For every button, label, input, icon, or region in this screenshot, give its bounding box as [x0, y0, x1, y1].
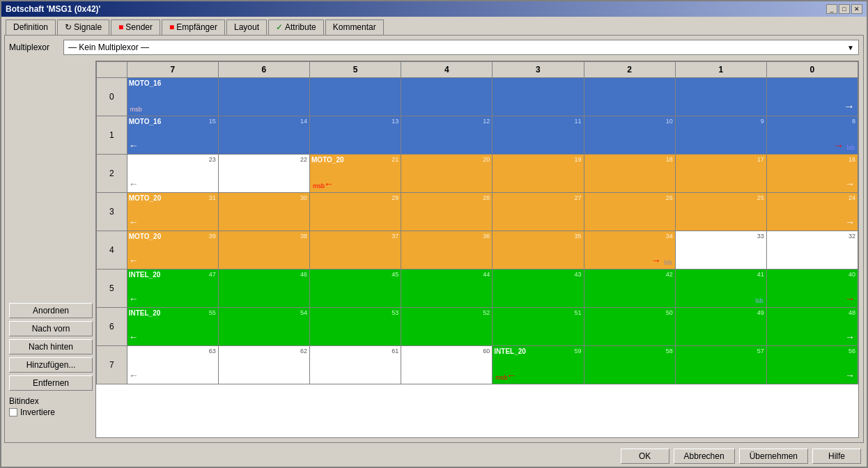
tab-layout[interactable]: Layout — [226, 20, 267, 35]
entfernen-button[interactable]: Entfernen — [9, 375, 93, 391]
cell-7-7[interactable]: 63 ← — [127, 346, 218, 384]
grid-area[interactable]: 7 6 5 4 3 2 1 0 0 — [95, 61, 859, 438]
cell-7-6[interactable]: 62 — [218, 346, 309, 384]
cell-3-5[interactable]: 29 — [310, 193, 401, 231]
cell-5-6[interactable]: 46 — [218, 270, 309, 308]
cell-5-7[interactable]: INTEL_20 47 ← — [127, 270, 218, 308]
cell-0-0[interactable]: → — [766, 78, 858, 116]
cell-0-6[interactable] — [218, 78, 309, 116]
cell-1-0[interactable]: 8 lsb → — [766, 116, 858, 155]
cell-3-0[interactable]: 24 → — [766, 193, 858, 231]
row-header-4: 4 — [97, 231, 127, 270]
cell-num: 15 — [209, 118, 216, 125]
tab-kommentar[interactable]: Kommentar — [325, 20, 384, 35]
cell-7-4[interactable]: 60 — [401, 346, 493, 384]
minimize-button[interactable]: _ — [826, 4, 837, 14]
cell-6-6[interactable]: 54 — [218, 308, 309, 346]
row-header-7: 7 — [97, 346, 127, 384]
cell-5-1[interactable]: 41 lsb — [675, 270, 766, 308]
cell-num: 19 — [574, 156, 581, 163]
cell-1-3[interactable]: 11 — [493, 116, 584, 155]
cell-1-5[interactable]: 13 — [310, 116, 401, 155]
cell-1-7[interactable]: MOTO_16 15 ← — [127, 116, 218, 155]
cell-0-7[interactable]: MOTO_16 msb — [127, 78, 218, 116]
title-bar: Botschaft 'MSG1 (0x42)' _ □ ✕ — [1, 1, 867, 17]
multiplexor-select[interactable]: — Kein Multiplexor — ▼ — [63, 40, 859, 55]
cell-3-1[interactable]: 25 — [675, 193, 766, 231]
cell-1-4[interactable]: 12 — [401, 116, 493, 155]
table-row: 2 23 ← 22 MOTO_20 21 msb ← — [97, 155, 858, 193]
cell-5-2[interactable]: 42 — [584, 270, 675, 308]
cell-num: 60 — [483, 348, 490, 354]
cell-1-6[interactable]: 14 — [218, 116, 309, 155]
abbrechen-button[interactable]: Abbrechen — [674, 448, 735, 464]
anordnen-button[interactable]: Anordnen — [9, 303, 93, 318]
cell-5-5[interactable]: 45 — [310, 270, 401, 308]
tab-definition[interactable]: Definition — [6, 20, 56, 35]
cell-5-0[interactable]: 40 → — [766, 270, 858, 308]
col-header-6: 6 — [218, 62, 309, 78]
cell-2-6[interactable]: 22 — [218, 155, 309, 193]
cell-4-6[interactable]: 38 — [218, 231, 309, 270]
cell-2-7[interactable]: 23 ← — [127, 155, 218, 193]
cell-3-7[interactable]: MOTO_20 31 ← — [127, 193, 218, 231]
cell-num: 49 — [757, 309, 764, 316]
cell-7-5[interactable]: 61 — [310, 346, 401, 384]
uebernehmen-button[interactable]: Übernehmen — [739, 448, 808, 464]
cell-signal-label: MOTO_16 — [129, 79, 162, 87]
cell-3-2[interactable]: 26 — [584, 193, 675, 231]
cell-0-3[interactable] — [493, 78, 584, 116]
cell-5-4[interactable]: 44 — [401, 270, 493, 308]
cell-4-7[interactable]: MOTO_20 39 ← — [127, 231, 218, 270]
cell-3-6[interactable]: 30 — [218, 193, 309, 231]
cell-3-4[interactable]: 28 — [401, 193, 493, 231]
cell-4-3[interactable]: 35 — [493, 231, 584, 270]
cell-5-3[interactable]: 43 — [493, 270, 584, 308]
cell-0-4[interactable] — [401, 78, 493, 116]
cell-2-4[interactable]: 20 — [401, 155, 493, 193]
cell-0-2[interactable] — [584, 78, 675, 116]
cell-6-0[interactable]: 48 → — [766, 308, 858, 346]
cell-2-0[interactable]: 16 → — [766, 155, 858, 193]
nach-vorn-button[interactable]: Nach vorn — [9, 321, 93, 336]
cell-7-1[interactable]: 57 — [675, 346, 766, 384]
cell-4-5[interactable]: 37 — [310, 231, 401, 270]
bitindex-section: Bitindex Invertiere — [9, 396, 93, 417]
cell-1-2[interactable]: 10 — [584, 116, 675, 155]
cell-0-1[interactable] — [675, 78, 766, 116]
cell-2-5[interactable]: MOTO_20 21 msb ← — [310, 155, 401, 193]
tab-attribute[interactable]: ✓Attribute — [268, 20, 324, 35]
cell-4-1[interactable]: 33 — [675, 231, 766, 270]
cell-6-1[interactable]: 49 — [675, 308, 766, 346]
cell-7-0[interactable]: 56 → — [766, 346, 858, 384]
hilfe-button[interactable]: Hilfe — [812, 448, 861, 464]
cell-6-5[interactable]: 53 — [310, 308, 401, 346]
tab-signale[interactable]: ↻Signale — [57, 20, 109, 35]
cell-1-1[interactable]: 9 — [675, 116, 766, 155]
tab-sender[interactable]: ■Sender — [111, 20, 160, 35]
cell-4-0[interactable]: 32 — [766, 231, 858, 270]
cell-6-3[interactable]: 51 — [493, 308, 584, 346]
cell-6-7[interactable]: INTEL_20 55 ← — [127, 308, 218, 346]
cell-num: 30 — [300, 194, 307, 201]
close-button[interactable]: ✕ — [851, 4, 862, 14]
cell-6-4[interactable]: 52 — [401, 308, 493, 346]
cell-0-5[interactable] — [310, 78, 401, 116]
cell-4-2[interactable]: 34 lsb → — [584, 231, 675, 270]
cell-7-2[interactable]: 58 — [584, 346, 675, 384]
cell-2-2[interactable]: 18 — [584, 155, 675, 193]
cell-num: 45 — [392, 271, 398, 278]
cell-6-2[interactable]: 50 — [584, 308, 675, 346]
cell-7-3[interactable]: INTEL_20 59 msb ← — [493, 346, 584, 384]
nach-hinten-button[interactable]: Nach hinten — [9, 339, 93, 354]
cell-2-1[interactable]: 17 — [675, 155, 766, 193]
cell-2-3[interactable]: 19 — [493, 155, 584, 193]
ok-button[interactable]: OK — [621, 448, 669, 464]
maximize-button[interactable]: □ — [839, 4, 850, 14]
cell-4-4[interactable]: 36 — [401, 231, 493, 270]
cell-3-3[interactable]: 27 — [493, 193, 584, 231]
tab-empfaenger[interactable]: ■Empfänger — [162, 20, 225, 35]
cell-num: 51 — [574, 309, 581, 316]
invertiere-checkbox[interactable] — [9, 408, 17, 416]
hinzufuegen-button[interactable]: Hinzufügen... — [9, 357, 93, 373]
